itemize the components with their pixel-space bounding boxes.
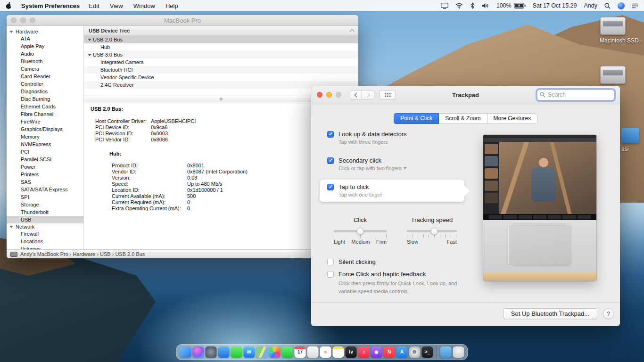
dock-app[interactable] xyxy=(180,346,191,358)
menu-item[interactable]: Edit xyxy=(89,2,99,9)
menu-item[interactable]: View xyxy=(110,2,123,9)
battery-menu[interactable]: 100% xyxy=(496,2,526,9)
sidebar-item[interactable]: PCI xyxy=(7,148,83,156)
sidebar-section-network[interactable]: Network xyxy=(7,223,83,230)
sidebar-item[interactable]: FireWire xyxy=(7,118,83,125)
checkbox[interactable] xyxy=(327,259,334,265)
dock-app[interactable]: N xyxy=(384,346,395,358)
close-button[interactable] xyxy=(11,17,17,23)
sidebar-item[interactable]: NVMExpress xyxy=(7,140,83,148)
tab[interactable]: More Gestures xyxy=(487,113,537,124)
disclosure-triangle-icon[interactable] xyxy=(88,39,93,41)
sidebar-item[interactable]: ATA xyxy=(7,35,83,42)
setup-bluetooth-trackpad-button[interactable]: Set Up Bluetooth Trackpad... xyxy=(503,308,597,319)
menu-bar-app-name[interactable]: System Preferences xyxy=(21,2,80,9)
dock-app[interactable] xyxy=(333,346,344,358)
sidebar-item[interactable]: Diagnostics xyxy=(7,88,83,95)
slider-track[interactable] xyxy=(334,230,387,232)
checkbox[interactable] xyxy=(327,184,334,190)
tree-row[interactable]: USB 3.0 Bus xyxy=(84,51,358,58)
sidebar-item[interactable]: SPI xyxy=(7,193,83,201)
dock-app[interactable] xyxy=(231,346,242,358)
apple-menu[interactable] xyxy=(6,2,12,9)
title-bar[interactable]: MacBook Pro xyxy=(7,15,358,26)
slider-track[interactable] xyxy=(407,230,457,232)
dock-item[interactable] xyxy=(453,346,464,358)
screen-mirroring-icon[interactable] xyxy=(441,3,448,9)
sidebar-item[interactable]: Volumes xyxy=(7,245,83,249)
tree-row[interactable]: USB 2.0 Bus xyxy=(84,36,358,43)
dock-app[interactable]: ♫ xyxy=(358,346,370,358)
back-button[interactable] xyxy=(350,90,362,99)
menu-item[interactable]: Window xyxy=(133,2,155,9)
checkbox[interactable] xyxy=(327,157,334,164)
checkbox[interactable] xyxy=(327,131,334,138)
sidebar-item[interactable]: Memory xyxy=(7,133,83,140)
sidebar-item[interactable]: Fibre Channel xyxy=(7,110,83,118)
close-button[interactable] xyxy=(317,92,322,98)
dock-app[interactable] xyxy=(269,346,281,358)
dock-app[interactable] xyxy=(218,346,230,358)
sidebar-item[interactable]: Bluetooth xyxy=(7,58,83,65)
zoom-button[interactable] xyxy=(336,92,341,98)
dock-app[interactable] xyxy=(282,346,293,358)
user-menu[interactable]: Andy xyxy=(584,2,598,9)
sidebar-item[interactable]: Audio xyxy=(7,50,83,58)
desktop-folder-partial[interactable]: asi xyxy=(621,128,639,152)
disclosure-triangle-icon[interactable] xyxy=(88,54,93,56)
sidebar-item[interactable]: SATA/SATA Express xyxy=(7,186,83,193)
help-button[interactable]: ? xyxy=(603,308,614,319)
bluetooth-icon[interactable] xyxy=(470,2,475,9)
sidebar-item[interactable]: Ethernet Cards xyxy=(7,103,83,110)
sidebar-item[interactable]: Storage xyxy=(7,201,83,208)
tree-row[interactable]: Hub xyxy=(84,43,358,51)
sidebar-item[interactable]: Apple Pay xyxy=(7,42,83,50)
dock-app[interactable]: tv xyxy=(346,346,357,358)
tree-row[interactable]: Integrated Camera xyxy=(84,58,358,66)
checkbox[interactable] xyxy=(327,271,334,278)
dock-app[interactable]: >_ xyxy=(422,346,433,358)
dock-app[interactable]: 17 xyxy=(295,346,306,358)
forward-button[interactable] xyxy=(362,90,374,99)
dock-app[interactable]: A xyxy=(396,346,408,358)
notification-center-icon[interactable] xyxy=(632,3,638,8)
disclosure-triangle-icon[interactable] xyxy=(9,31,13,33)
dock-app[interactable] xyxy=(193,346,204,358)
tree-row[interactable]: Vendor-Specific Device xyxy=(84,74,358,81)
dock-app[interactable] xyxy=(256,346,268,358)
toggle-option-row[interactable]: Force Click and haptic feedback Click th… xyxy=(327,271,483,295)
tab[interactable]: Scroll & Zoom xyxy=(439,113,487,124)
sidebar-item[interactable]: Locations xyxy=(7,238,83,245)
dock-app[interactable]: ≡ xyxy=(320,346,331,358)
sidebar-item[interactable]: Controller xyxy=(7,80,83,88)
sidebar-item[interactable]: Power xyxy=(7,163,83,171)
desktop-volume-macintosh-ssd[interactable]: Macintosh SSD xyxy=(600,17,626,44)
sidebar-item[interactable]: Card Reader xyxy=(7,73,83,80)
dock-app[interactable]: ✉ xyxy=(244,346,255,358)
volume-icon[interactable] xyxy=(482,3,489,8)
disclosure-triangle-icon[interactable] xyxy=(95,76,100,79)
search-input[interactable] xyxy=(537,90,614,100)
sidebar-item[interactable]: Firewall xyxy=(7,230,83,238)
spotlight-search-icon[interactable] xyxy=(604,3,611,9)
disclosure-triangle-icon[interactable] xyxy=(95,61,100,64)
sidebar-item[interactable]: Camera xyxy=(7,65,83,73)
gesture-option-row[interactable]: Tap to click Tap with one finger xyxy=(320,180,464,202)
menu-bar-clock[interactable]: Sat 17 Oct 15.29 xyxy=(533,2,577,9)
chevron-up-icon[interactable] xyxy=(350,29,355,34)
title-bar[interactable]: Trackpad xyxy=(311,86,620,104)
dock-app[interactable] xyxy=(206,346,217,358)
disclosure-triangle-icon[interactable] xyxy=(95,84,100,86)
wifi-icon[interactable] xyxy=(455,3,463,9)
show-all-preferences-button[interactable] xyxy=(379,90,396,99)
slider-thumb[interactable] xyxy=(431,228,438,235)
dock-app[interactable]: ⚙ xyxy=(409,346,421,358)
slider-thumb[interactable] xyxy=(357,228,364,235)
sidebar-item[interactable]: SAS xyxy=(7,178,83,186)
tab[interactable]: Point & Click xyxy=(394,113,439,124)
sidebar-item[interactable]: Thunderbolt xyxy=(7,208,83,216)
siri-icon[interactable] xyxy=(618,2,625,9)
disclosure-triangle-icon[interactable] xyxy=(95,46,100,49)
zoom-button[interactable] xyxy=(30,17,35,23)
sidebar-section-hardware[interactable]: Hardware xyxy=(7,28,83,35)
